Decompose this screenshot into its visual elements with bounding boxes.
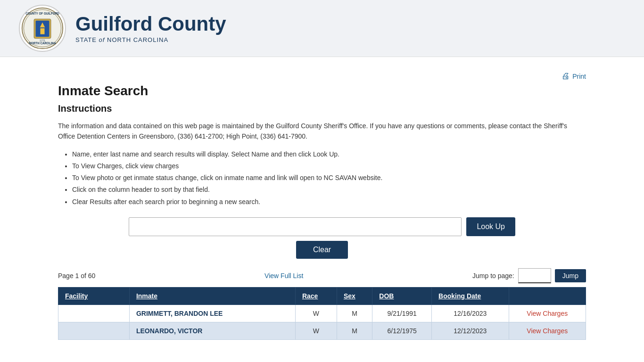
view-charges-link[interactable]: View Charges [527,310,568,317]
cell-inmate: GRIMMETT, BRANDON LEE [129,304,295,322]
col-header-inmate[interactable]: Inmate [129,287,295,304]
inmate-link[interactable]: GRIMMETT, BRANDON LEE [136,310,223,317]
jump-label: Jump to page: [472,272,514,280]
list-item: Click on the column header to sort by th… [72,184,586,196]
table-body: GRIMMETT, BRANDON LEEWM9/21/199112/16/20… [58,304,586,339]
search-row: Look Up [129,217,515,236]
cell-booking-date: 12/16/2023 [432,304,509,322]
table-row: GRIMMETT, BRANDON LEEWM9/21/199112/16/20… [58,304,586,322]
instructions-body: The information and data contained on th… [58,121,586,142]
sort-inmate-link[interactable]: Inmate [136,292,157,300]
col-header-dob[interactable]: DOB [372,287,432,304]
col-header-sex[interactable]: Sex [337,287,372,304]
page-title: Inmate Search [58,83,586,99]
logo-container: COUNTY OF GUILFORD NORTH CAROLINA 1771 [19,5,66,52]
cell-inmate: LEONARDO, VICTOR [129,322,295,339]
svg-text:COUNTY OF GUILFORD: COUNTY OF GUILFORD [25,12,59,15]
cell-facility [58,304,130,322]
col-header-race[interactable]: Race [295,287,337,304]
col-header-action [509,287,586,304]
jump-button[interactable]: Jump [555,269,586,282]
print-label: Print [572,73,586,80]
cell-race: W [295,322,337,339]
table-row: LEONARDO, VICTORWM6/12/197512/12/2023Vie… [58,322,586,339]
sort-dob-link[interactable]: DOB [379,292,394,300]
list-item: To View Charges, click view charges [72,160,586,172]
table-header: Facility Inmate Race Sex DOB Booking Dat… [58,287,586,304]
svg-rect-7 [41,28,45,34]
jump-row: Jump to page: Jump [472,268,586,283]
clear-button[interactable]: Clear [296,241,348,259]
county-seal-icon: COUNTY OF GUILFORD NORTH CAROLINA 1771 [21,7,64,49]
print-row: 🖨 Print [58,71,586,81]
results-table: Facility Inmate Race Sex DOB Booking Dat… [58,287,586,340]
table-header-row: Facility Inmate Race Sex DOB Booking Dat… [58,287,586,304]
lookup-button[interactable]: Look Up [466,217,515,236]
sort-facility-link[interactable]: Facility [65,292,88,300]
search-input[interactable] [129,217,462,236]
cell-booking-date: 12/12/2023 [432,322,509,339]
search-area: Look Up Clear [58,217,586,259]
svg-text:NORTH CAROLINA: NORTH CAROLINA [29,41,56,45]
site-name: Guilford County [75,13,226,35]
header-title-block: Guilford County STATE of NORTH CAROLINA [75,13,226,43]
sort-race-link[interactable]: Race [302,292,318,300]
main-content: 🖨 Print Inmate Search Instructions The i… [39,57,605,354]
pagination-row: Page 1 of 60 View Full List Jump to page… [58,268,586,283]
printer-icon: 🖨 [561,71,570,81]
instructions-list: Name, enter last name and search results… [72,148,586,208]
jump-input[interactable] [518,268,551,283]
page-info: Page 1 of 60 [58,272,95,280]
list-item: To View photo or get inmate status chang… [72,172,586,184]
site-header: COUNTY OF GUILFORD NORTH CAROLINA 1771 G… [0,0,644,57]
print-link[interactable]: 🖨 Print [561,71,586,81]
instructions-heading: Instructions [58,103,586,114]
cell-dob: 9/21/1991 [372,304,432,322]
col-header-booking[interactable]: Booking Date [432,287,509,304]
cell-dob: 6/12/1975 [372,322,432,339]
cell-action: View Charges [509,322,586,339]
cell-sex: M [337,304,372,322]
list-item: Name, enter last name and search results… [72,148,586,160]
sort-booking-link[interactable]: Booking Date [438,292,481,300]
view-charges-link[interactable]: View Charges [527,327,568,335]
col-header-facility[interactable]: Facility [58,287,130,304]
svg-text:1771: 1771 [40,39,45,42]
inmate-link[interactable]: LEONARDO, VICTOR [136,327,203,335]
cell-action: View Charges [509,304,586,322]
cell-sex: M [337,322,372,339]
view-full-list-link[interactable]: View Full List [264,272,303,280]
sort-sex-link[interactable]: Sex [344,292,355,300]
list-item: Clear Results after each search prior to… [72,196,586,208]
cell-race: W [295,304,337,322]
site-subtitle: STATE of NORTH CAROLINA [75,36,226,43]
cell-facility [58,322,130,339]
